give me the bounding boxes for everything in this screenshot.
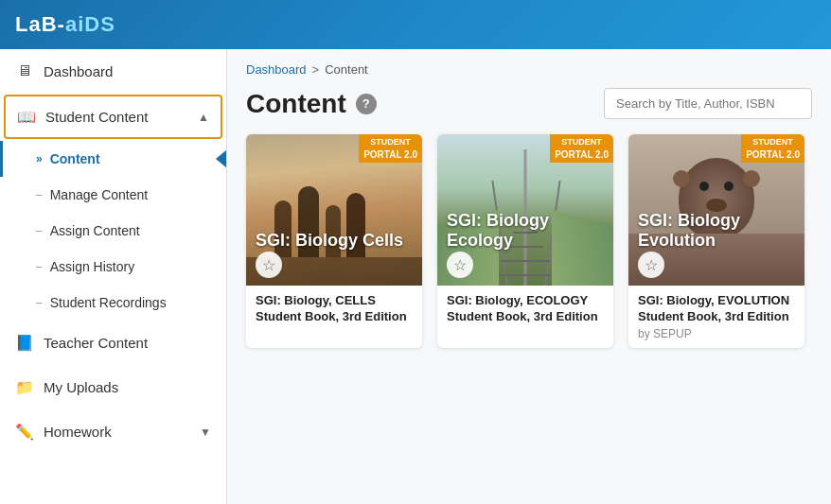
sidebar-sub-item-student-recordings[interactable]: – Student Recordings	[0, 285, 226, 321]
sidebar: 🖥 Dashboard 📖 Student Content ▲ » Conten…	[0, 49, 227, 504]
cards-grid: STUDENT PORTAL 2.0 SGI: Biology Cells ☆ …	[227, 134, 831, 367]
ecology-badge-line2: PORTAL 2.0	[555, 148, 609, 161]
ecology-badge-line1: STUDENT	[555, 137, 609, 148]
ecology-favorite-icon[interactable]: ☆	[447, 252, 473, 278]
card-cells-image: STUDENT PORTAL 2.0 SGI: Biology Cells ☆	[246, 134, 422, 286]
evolution-card-author: by SEPUP	[638, 327, 795, 340]
card-ecology-image: STUDENT PORTAL 2.0 SGI: Biology Ecology …	[437, 134, 613, 286]
sidebar-sub-item-content-label: Content	[50, 151, 100, 166]
sidebar-item-homework-label: Homework	[44, 424, 112, 440]
monitor-icon: 🖥	[15, 62, 34, 79]
sidebar-sub-item-assign-history[interactable]: – Assign History	[0, 249, 226, 285]
sidebar-item-student-content[interactable]: 📖 Student Content ▲	[4, 95, 222, 139]
help-icon[interactable]: ?	[356, 94, 377, 114]
help-icon-label: ?	[362, 96, 370, 111]
evolution-card-body: SGI: Biology, EVOLUTION Student Book, 3r…	[628, 286, 804, 348]
pencil-icon: ✏️	[15, 423, 34, 441]
sidebar-sub-item-assign-label: Assign Content	[50, 223, 140, 238]
bullet-assign: –	[36, 224, 43, 237]
cells-badge: STUDENT PORTAL 2.0	[359, 134, 422, 163]
bullet-manage: –	[36, 188, 43, 201]
chevron-up-icon: ▲	[198, 111, 209, 124]
cells-badge-line1: STUDENT	[363, 137, 417, 148]
sidebar-sub-item-manage-label: Manage Content	[50, 187, 149, 202]
sidebar-item-dashboard-label: Dashboard	[44, 63, 113, 79]
search-input[interactable]	[604, 88, 812, 119]
sidebar-item-teacher-content[interactable]: 📘 Teacher Content	[0, 321, 226, 365]
sidebar-sub-item-manage-content[interactable]: – Manage Content	[0, 177, 226, 213]
ecology-card-body: SGI: Biology, ECOLOGY Student Book, 3rd …	[437, 286, 613, 335]
sidebar-item-my-uploads[interactable]: 📁 My Uploads	[0, 365, 226, 409]
active-indicator	[216, 149, 227, 168]
evolution-card-title: SGI: Biology, EVOLUTION Student Book, 3r…	[638, 293, 795, 325]
breadcrumb-separator: >	[312, 62, 320, 77]
cells-badge-line2: PORTAL 2.0	[363, 148, 417, 161]
ecology-badge: STUDENT PORTAL 2.0	[550, 134, 613, 163]
chevron-down-icon: ▼	[200, 426, 211, 439]
bullet-history: –	[36, 260, 43, 273]
bullet-recordings: –	[36, 296, 43, 309]
cells-favorite-icon[interactable]: ☆	[256, 252, 282, 278]
card-cells[interactable]: STUDENT PORTAL 2.0 SGI: Biology Cells ☆ …	[246, 134, 422, 348]
logo: LaB-aiDS	[15, 12, 115, 37]
evolution-badge-line1: STUDENT	[746, 137, 800, 148]
app-header: LaB-aiDS	[0, 0, 831, 49]
page-title: Content	[246, 89, 346, 119]
sidebar-item-uploads-label: My Uploads	[44, 379, 118, 395]
breadcrumb-current: Content	[325, 62, 368, 77]
sidebar-sub-item-content[interactable]: » Content	[0, 141, 226, 177]
body-layout: 🖥 Dashboard 📖 Student Content ▲ » Conten…	[0, 49, 831, 504]
breadcrumb-home[interactable]: Dashboard	[246, 62, 307, 77]
cells-card-body: SGI: Biology, CELLS Student Book, 3rd Ed…	[246, 286, 422, 335]
evolution-badge: STUDENT PORTAL 2.0	[741, 134, 804, 163]
sidebar-sub-item-history-label: Assign History	[50, 259, 134, 274]
card-evolution[interactable]: STUDENT PORTAL 2.0 SGI: Biology Evolutio…	[628, 134, 804, 348]
sidebar-sub-item-assign-content[interactable]: – Assign Content	[0, 213, 226, 249]
main-content: Dashboard > Content Content ?	[227, 49, 831, 504]
book-icon: 📖	[17, 108, 36, 126]
bullet-content: »	[36, 152, 43, 165]
evolution-favorite-icon[interactable]: ☆	[638, 252, 664, 278]
cells-card-title: SGI: Biology, CELLS Student Book, 3rd Ed…	[256, 293, 413, 325]
sidebar-item-homework[interactable]: ✏️ Homework ▼	[0, 409, 226, 454]
ecology-card-title: SGI: Biology, ECOLOGY Student Book, 3rd …	[447, 293, 604, 325]
title-area: Content ?	[246, 89, 377, 119]
sidebar-sub-item-recordings-label: Student Recordings	[50, 295, 167, 310]
sidebar-item-teacher-label: Teacher Content	[44, 335, 148, 351]
card-ecology[interactable]: STUDENT PORTAL 2.0 SGI: Biology Ecology …	[437, 134, 613, 348]
sidebar-item-dashboard[interactable]: 🖥 Dashboard	[0, 49, 226, 93]
teacher-book-icon: 📘	[15, 334, 34, 352]
folder-icon: 📁	[15, 378, 34, 396]
sidebar-item-student-content-label: Student Content	[45, 109, 148, 125]
content-header: Content ?	[227, 84, 831, 134]
evolution-badge-line2: PORTAL 2.0	[746, 148, 800, 161]
card-evolution-image: STUDENT PORTAL 2.0 SGI: Biology Evolutio…	[628, 134, 804, 286]
breadcrumb: Dashboard > Content	[227, 49, 831, 84]
